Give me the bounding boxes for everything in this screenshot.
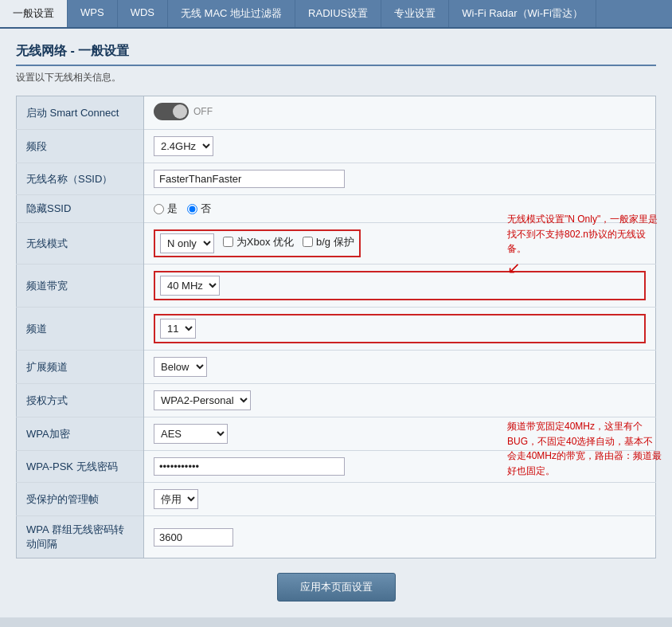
mgmt-frame-select[interactable]: 停用 可选 必要 — [154, 489, 198, 509]
hide-ssid-no-label: 否 — [201, 202, 211, 216]
bandwidth-label: 频道带宽 — [17, 265, 144, 308]
row-channel: 频道 11 123 456 789 101213 — [17, 308, 656, 351]
tab-bar: 一般设置 WPS WDS 无线 MAC 地址过滤器 RADIUS设置 专业设置 … — [0, 0, 672, 29]
ssid-input[interactable] — [154, 170, 345, 188]
ssid-label: 无线名称（SSID） — [17, 163, 144, 195]
smart-connect-label: 启动 Smart Connect — [17, 96, 144, 130]
hide-ssid-yes-radio[interactable] — [154, 204, 164, 214]
freq-select[interactable]: 2.4GHz 5GHz — [154, 136, 213, 156]
row-group-key: WPA 群组无线密码转动间隔 — [17, 516, 656, 558]
group-key-label: WPA 群组无线密码转动间隔 — [17, 516, 144, 558]
tab-wifi-radar[interactable]: Wi-Fi Radar（Wi-Fi雷达） — [449, 0, 596, 27]
row-auth: 授权方式 WPA2-Personal WPA-Personal Open Sys… — [17, 384, 656, 417]
page-title: 无线网络 - 一般设置 — [16, 43, 656, 66]
channel-select[interactable]: 11 123 456 789 101213 — [160, 319, 196, 339]
ext-channel-label: 扩展频道 — [17, 351, 144, 384]
hide-ssid-no-option[interactable]: 否 — [187, 202, 211, 216]
tab-general[interactable]: 一般设置 — [0, 0, 68, 27]
toggle-state-label: OFF — [193, 106, 213, 117]
freq-value: 2.4GHz 5GHz — [144, 130, 656, 163]
annotation-1: 无线模式设置"N Only"，一般家里是找不到不支持802.n协议的无线设备。 … — [507, 212, 662, 277]
annotation-1-text: 无线模式设置"N Only"，一般家里是找不到不支持802.n协议的无线设备。 — [507, 212, 662, 257]
xbox-opt-option[interactable]: 为Xbox 优化 — [223, 235, 294, 249]
ext-channel-select[interactable]: Below Above — [154, 357, 207, 377]
wpa-psk-label: WPA-PSK 无线密码 — [17, 451, 144, 483]
apply-button[interactable]: 应用本页面设置 — [277, 573, 396, 602]
tab-mac-filter[interactable]: 无线 MAC 地址过滤器 — [168, 0, 295, 27]
auth-value: WPA2-Personal WPA-Personal Open System — [144, 384, 656, 417]
bg-protect-option[interactable]: b/g 保护 — [303, 235, 354, 249]
xbox-opt-checkbox[interactable] — [223, 237, 233, 247]
ext-channel-value: Below Above — [144, 351, 656, 384]
wireless-mode-highlight: N only B/G/N B only G only 为Xbox 优化 b/g … — [154, 229, 361, 257]
annotation-2-text: 频道带宽固定40MHz，这里有个BUG，不固定40选择自动，基本不会走40MHz… — [507, 419, 662, 478]
wpa-enc-select[interactable]: AES TKIP TKIP+AES — [154, 424, 228, 444]
mgmt-frame-value: 停用 可选 必要 — [144, 483, 656, 516]
channel-value: 11 123 456 789 101213 — [144, 308, 656, 351]
freq-label: 频段 — [17, 130, 144, 163]
main-content: 无线网络 - 一般设置 设置以下无线相关信息。 启动 Smart Connect… — [0, 29, 672, 617]
bg-protect-label: b/g 保护 — [316, 235, 354, 249]
wpa-enc-label: WPA加密 — [17, 417, 144, 451]
xbox-opt-label: 为Xbox 优化 — [236, 235, 294, 249]
toggle-bg[interactable] — [154, 103, 189, 120]
auth-select[interactable]: WPA2-Personal WPA-Personal Open System — [154, 390, 251, 410]
ssid-value — [144, 163, 656, 195]
tab-wps[interactable]: WPS — [68, 0, 118, 27]
annotation-1-arrow: ↙ — [507, 258, 662, 277]
mgmt-frame-label: 受保护的管理帧 — [17, 483, 144, 516]
row-smart-connect: 启动 Smart Connect OFF — [17, 96, 656, 130]
wpa-psk-input[interactable] — [154, 457, 345, 476]
hide-ssid-yes-label: 是 — [167, 202, 178, 216]
page-subtitle: 设置以下无线相关信息。 — [16, 71, 656, 84]
hide-ssid-yes-option[interactable]: 是 — [154, 202, 178, 216]
tab-radius[interactable]: RADIUS设置 — [295, 0, 381, 27]
wireless-mode-label: 无线模式 — [17, 223, 144, 265]
tab-wds[interactable]: WDS — [118, 0, 168, 27]
auth-label: 授权方式 — [17, 384, 144, 417]
bandwidth-select[interactable]: 40 MHz 20 MHz Auto — [160, 276, 220, 296]
row-mgmt-frame: 受保护的管理帧 停用 可选 必要 — [17, 483, 656, 516]
row-ext-channel: 扩展频道 Below Above — [17, 351, 656, 384]
toggle-knob — [173, 104, 187, 119]
settings-form: 启动 Smart Connect OFF 频段 2.4GHz 5GHz — [16, 96, 656, 558]
wireless-mode-select[interactable]: N only B/G/N B only G only — [160, 233, 214, 253]
smart-connect-value: OFF — [144, 96, 656, 130]
hide-ssid-no-radio[interactable] — [187, 204, 197, 214]
group-key-input[interactable] — [154, 528, 233, 547]
row-freq: 频段 2.4GHz 5GHz — [17, 130, 656, 163]
toggle-switch[interactable]: OFF — [154, 103, 213, 120]
hide-ssid-label: 隐藏SSID — [17, 195, 144, 223]
tab-pro[interactable]: 专业设置 — [381, 0, 449, 27]
channel-box: 11 123 456 789 101213 — [154, 314, 646, 343]
group-key-value — [144, 516, 656, 558]
bg-protect-checkbox[interactable] — [303, 237, 313, 247]
channel-label: 频道 — [17, 308, 144, 351]
annotation-2: 频道带宽固定40MHz，这里有个BUG，不固定40选择自动，基本不会走40MHz… — [507, 419, 662, 478]
row-ssid: 无线名称（SSID） — [17, 163, 656, 195]
